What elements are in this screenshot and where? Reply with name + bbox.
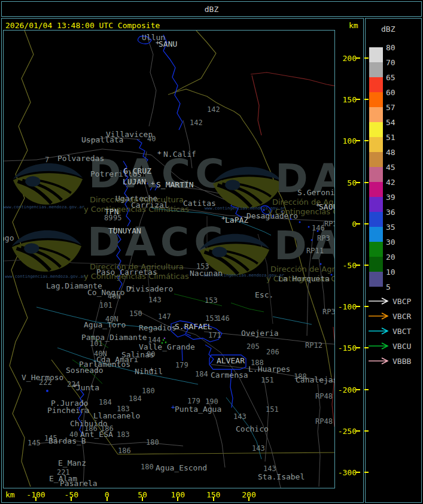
place-label: Polvaredas bbox=[57, 154, 104, 162]
x-tick-mark bbox=[142, 497, 143, 501]
route-number-label: RP3 bbox=[322, 308, 335, 315]
scale-swatch bbox=[369, 212, 383, 227]
route-number-label: 142 bbox=[190, 119, 203, 126]
route-number-label: 171 bbox=[208, 332, 221, 339]
y-tick-mark bbox=[356, 57, 360, 59]
route-number-label: 222 bbox=[39, 379, 52, 386]
route-number-label: 147 bbox=[158, 313, 171, 320]
scale-swatch bbox=[369, 47, 383, 62]
route-number-label: 180 bbox=[142, 387, 155, 394]
scale-swatch bbox=[369, 152, 383, 167]
place-label: Paso_Carretas bbox=[96, 268, 157, 276]
place-label: Carrizal bbox=[131, 201, 169, 209]
route-number-label: 145 bbox=[28, 439, 41, 447]
scale-label: 48 bbox=[386, 148, 395, 157]
place-label: L.Huarpes bbox=[248, 365, 290, 373]
y-tick-label: 50 bbox=[335, 178, 357, 187]
place-label: S.Geronimo bbox=[297, 189, 335, 196]
y-tick-mark bbox=[356, 182, 360, 183]
y-tick-label: -300 bbox=[335, 468, 357, 477]
scale-label: 70 bbox=[386, 58, 395, 67]
station-marker: + bbox=[73, 382, 77, 389]
window-title-bar: dBZ bbox=[1, 1, 422, 17]
map-geometry bbox=[4, 31, 335, 488]
route-number-label: 146 bbox=[217, 315, 230, 322]
y-tick-mark bbox=[356, 389, 360, 390]
place-label: S_MARTIN bbox=[156, 181, 194, 189]
place-label: Junta bbox=[76, 384, 99, 391]
x-tick-mark bbox=[248, 497, 249, 501]
scale-label: 35 bbox=[386, 223, 395, 232]
route-number-label: 184 bbox=[99, 399, 112, 406]
scale-swatch bbox=[369, 62, 383, 77]
vector-arrow-icon bbox=[369, 357, 390, 365]
scale-swatch bbox=[369, 92, 383, 107]
place-label: G.CRUZ bbox=[123, 167, 151, 175]
place-label: Agua_Toro bbox=[84, 321, 126, 329]
route-number-label: 80 bbox=[147, 351, 155, 358]
place-label: ago bbox=[3, 234, 14, 242]
y-tick-mark bbox=[356, 265, 360, 266]
route-number-label: 184 bbox=[195, 371, 208, 378]
scale-swatch bbox=[369, 257, 383, 272]
route-number-label: 150 bbox=[129, 310, 142, 317]
roads bbox=[4, 37, 334, 488]
place-label: La Horqueta bbox=[278, 275, 330, 283]
place-label: Punta_Agua bbox=[175, 405, 221, 413]
route-number-label: 184 bbox=[129, 395, 142, 402]
place-label: ALVEAR bbox=[217, 357, 245, 365]
y-tick-mark bbox=[364, 430, 369, 432]
place-label: Carmensa bbox=[211, 371, 248, 379]
y-tick-mark bbox=[364, 57, 369, 59]
scale-label: 42 bbox=[386, 178, 395, 187]
y-tick-mark bbox=[364, 389, 369, 390]
y-tick-mark bbox=[364, 265, 369, 266]
y-tick-label: -150 bbox=[335, 344, 357, 353]
y-tick-mark bbox=[356, 99, 360, 100]
station-marker: * bbox=[129, 286, 133, 292]
place-label: Pasarela bbox=[60, 479, 98, 487]
y-tick-label: -200 bbox=[335, 385, 357, 394]
scale-label: 45 bbox=[386, 163, 395, 172]
scale-swatch bbox=[369, 122, 383, 137]
place-label: Sosneado bbox=[66, 366, 104, 374]
station-marker: + bbox=[316, 202, 320, 208]
route-number-label: RP3 bbox=[317, 235, 330, 242]
station-marker: + bbox=[150, 366, 154, 373]
route-number-label: 143 bbox=[148, 296, 162, 303]
route-number-label: 153 bbox=[205, 297, 218, 304]
place-label: Catitas bbox=[183, 199, 216, 207]
y-tick-mark bbox=[356, 140, 360, 141]
y-tick-mark bbox=[356, 347, 360, 348]
scale-swatch bbox=[369, 167, 383, 182]
place-label: SANU bbox=[159, 40, 177, 48]
y-tick-label: -50 bbox=[335, 261, 357, 270]
place-label: Esc. bbox=[255, 291, 273, 299]
route-number-label: RP11 bbox=[306, 247, 324, 254]
place-label: Canalejas bbox=[296, 376, 335, 384]
route-number-label: 7 bbox=[45, 156, 49, 163]
page-title: dBZ bbox=[205, 5, 218, 14]
y-tick-mark bbox=[364, 472, 369, 473]
x-tick-mark bbox=[106, 497, 108, 501]
station-marker: + bbox=[112, 226, 117, 232]
scale-label: 20 bbox=[386, 253, 395, 262]
scale-swatch bbox=[369, 197, 383, 212]
scale-swatch bbox=[369, 227, 383, 242]
station-marker: + bbox=[151, 180, 155, 187]
route-number-label: 40 bbox=[147, 135, 156, 142]
scale-swatch bbox=[369, 242, 383, 257]
vector-arrow-icon bbox=[369, 297, 390, 305]
vector-arrow-icon bbox=[369, 342, 390, 350]
y-tick-mark bbox=[356, 430, 360, 432]
scale-label: 30 bbox=[386, 238, 395, 247]
route-number-label: 101 bbox=[90, 340, 103, 347]
scale-label: 39 bbox=[386, 193, 395, 202]
scale-label: 10 bbox=[386, 268, 395, 277]
scale-label: 80 bbox=[386, 43, 395, 52]
place-label: Uspallata bbox=[81, 136, 123, 144]
y-tick-mark bbox=[356, 223, 360, 224]
route-number-label: 101 bbox=[99, 302, 112, 309]
y-tick-mark bbox=[356, 472, 360, 473]
route-number-label: 180 bbox=[141, 463, 154, 470]
